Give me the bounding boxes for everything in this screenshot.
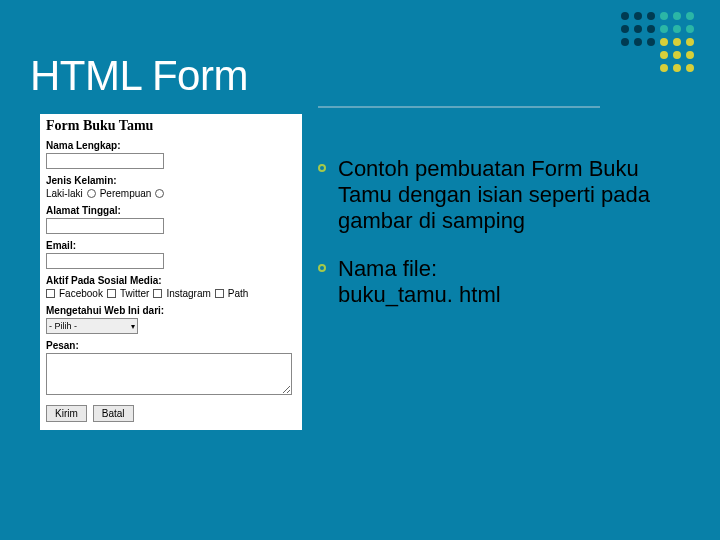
- submit-button[interactable]: Kirim: [46, 405, 87, 422]
- bullet-filename: Nama file: buku_tamu. html: [338, 256, 501, 308]
- label-sumber: Mengetahui Web Ini dari:: [46, 305, 296, 316]
- check-label-facebook: Facebook: [59, 288, 103, 299]
- filename-label: Nama file:: [338, 256, 437, 281]
- input-alamat[interactable]: [46, 218, 164, 234]
- check-label-instagram: Instagram: [166, 288, 210, 299]
- label-nama: Nama Lengkap:: [46, 140, 296, 151]
- slide-title: HTML Form: [30, 52, 248, 100]
- input-email[interactable]: [46, 253, 164, 269]
- filename-value: buku_tamu. html: [338, 282, 501, 307]
- label-alamat: Alamat Tinggal:: [46, 205, 296, 216]
- label-sosmed: Aktif Pada Sosial Media:: [46, 275, 296, 286]
- label-jk: Jenis Kelamin:: [46, 175, 296, 186]
- chevron-down-icon: ▾: [131, 322, 135, 331]
- decoration-dots: [621, 12, 696, 74]
- reset-button[interactable]: Batal: [93, 405, 134, 422]
- bullet-icon: [318, 164, 326, 172]
- check-label-path: Path: [228, 288, 249, 299]
- check-instagram[interactable]: [153, 289, 162, 298]
- check-label-twitter: Twitter: [120, 288, 149, 299]
- select-sumber-value: - Pilih -: [49, 321, 77, 331]
- check-facebook[interactable]: [46, 289, 55, 298]
- bullet-list: Contoh pembuatan Form Buku Tamu dengan i…: [318, 156, 666, 330]
- bullet-icon: [318, 264, 326, 272]
- bullet-desc: Contoh pembuatan Form Buku Tamu dengan i…: [338, 156, 666, 234]
- radio-perempuan[interactable]: [155, 189, 164, 198]
- radio-label-perempuan: Perempuan: [100, 188, 152, 199]
- form-preview: Form Buku Tamu Nama Lengkap: Jenis Kelam…: [40, 114, 302, 430]
- select-sumber[interactable]: - Pilih - ▾: [46, 318, 138, 334]
- check-path[interactable]: [215, 289, 224, 298]
- check-twitter[interactable]: [107, 289, 116, 298]
- label-email: Email:: [46, 240, 296, 251]
- form-heading: Form Buku Tamu: [46, 118, 296, 134]
- label-pesan: Pesan:: [46, 340, 296, 351]
- textarea-pesan[interactable]: [46, 353, 292, 395]
- title-underline: [318, 106, 600, 108]
- radio-label-laki: Laki-laki: [46, 188, 83, 199]
- input-nama[interactable]: [46, 153, 164, 169]
- radio-laki[interactable]: [87, 189, 96, 198]
